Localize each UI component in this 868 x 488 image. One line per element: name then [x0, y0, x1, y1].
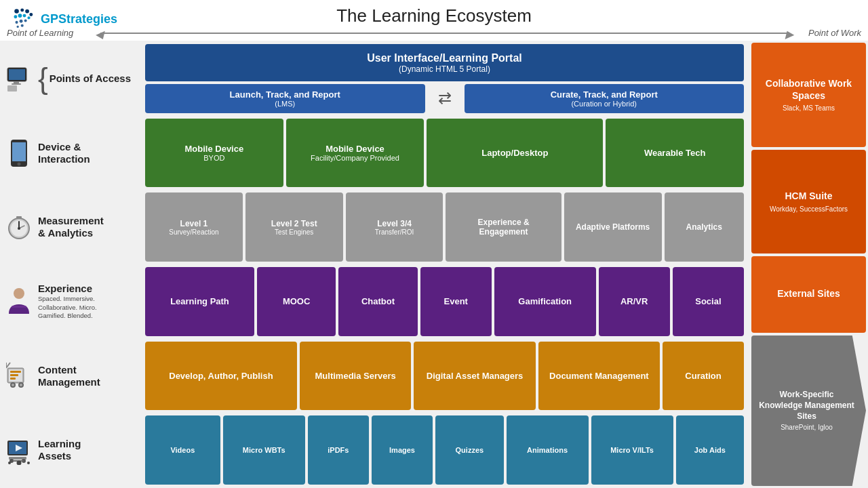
exp-cell-1: MOOC	[257, 267, 336, 336]
portal-title: User Interface/Learning Portal	[367, 52, 522, 64]
exp-cell-5: AR/VR	[599, 267, 670, 336]
svg-point-50	[27, 462, 30, 464]
row-measurement: Measurement & Analytics Level 1 Survey/R…	[0, 190, 747, 264]
row-content: Content Management Develop, Author, Publ…	[0, 340, 747, 413]
svg-point-1	[20, 8, 24, 12]
content-cell-2: Digital Asset Managers	[414, 342, 535, 411]
row-assets: Learning Assets Videos Micro WBTs iPDFs …	[0, 413, 747, 487]
svg-rect-19	[12, 142, 26, 161]
logo-gp: GPStrategies	[41, 12, 117, 26]
device-item-1-sub: Facility/Company Provided	[311, 154, 399, 162]
header: GPStrategies The Learning Ecosystem Poin…	[0, 0, 868, 41]
phone-icon	[9, 138, 28, 168]
content-cells: Develop, Author, Publish Multimedia Serv…	[142, 340, 747, 413]
device-label-text: Device &	[38, 141, 90, 153]
device-item-2-title: Laptop/Desktop	[481, 148, 548, 158]
experience-label-text: Experience	[38, 283, 97, 295]
portal-cell: User Interface/Learning Portal (Dynamic …	[145, 44, 744, 81]
right-sidebar: Collaborative Work Spaces Slack, MS Team…	[749, 41, 868, 488]
sidebar-panel-3-sub: SharePoint, Igloo	[757, 424, 856, 431]
device-cell-0: Mobile Device BYOD	[145, 119, 283, 188]
svg-point-7	[28, 16, 31, 19]
content-label-text2: Management	[38, 376, 100, 388]
exp-cell-4: Gamification	[494, 267, 596, 336]
monitor-icon	[5, 65, 33, 92]
exp-cell-3: Event	[420, 267, 492, 336]
device-cells: Mobile Device BYOD Mobile Device Facilit…	[142, 117, 747, 190]
svg-point-25	[18, 227, 20, 230]
logo-icon	[12, 7, 37, 31]
assets-label-text2: Assets	[38, 450, 81, 462]
row-device: Device & Interaction Mobile Device BYOD …	[0, 117, 747, 190]
measure-cell-4: Adaptive Platforms	[564, 192, 662, 262]
double-arrow: ⇄	[428, 84, 462, 113]
curation-sub: (Curation or Hybrid)	[571, 100, 637, 108]
measure-label-text: Measurement	[38, 215, 104, 227]
assets-label-text: Learning	[38, 438, 81, 450]
content-cell-1: Multimedia Servers	[300, 342, 411, 411]
sidebar-panel-0: Collaborative Work Spaces Slack, MS Team…	[751, 43, 866, 147]
sidebar-arrow-text: Work-Specific Knowledge Management Sites…	[757, 390, 856, 431]
svg-rect-17	[7, 85, 17, 92]
device-item-3-title: Wearable Tech	[644, 148, 706, 158]
svg-point-20	[18, 162, 21, 165]
svg-rect-34	[10, 378, 16, 380]
svg-point-3	[29, 13, 33, 16]
svg-point-10	[24, 19, 27, 22]
content-label-text: Content	[38, 364, 100, 376]
sidebar-panel-1: HCM Suite Workday, SuccessFactors	[751, 150, 866, 254]
svg-rect-33	[10, 374, 18, 376]
content-cell-3: Document Management	[538, 342, 660, 411]
sidebar-panel-0-title: Collaborative Work Spaces	[757, 77, 861, 102]
measure-label-text2: & Analytics	[38, 227, 104, 239]
measure-cell-0: Level 1 Survey/Reaction	[145, 192, 243, 262]
assets-cells: Videos Micro WBTs iPDFs Images Quizzes A…	[142, 413, 747, 487]
app-container: GPStrategies The Learning Ecosystem Poin…	[0, 0, 868, 488]
svg-point-8	[16, 21, 18, 24]
portal-sub: (Dynamic HTML 5 Portal)	[399, 64, 490, 74]
device-item-1-title: Mobile Device	[326, 144, 384, 154]
assets-icon-wrap	[4, 435, 34, 465]
measure-cell-5: Analytics	[665, 192, 744, 262]
subtitle-row: Point of Learning ◀ ▶ Point of Work	[0, 26, 868, 39]
media-icon	[6, 435, 32, 465]
cart-icon	[6, 361, 32, 391]
device-cell-1: Mobile Device Facility/Company Provided	[286, 119, 425, 188]
measurement-cells: Level 1 Survey/Reaction Level 2 Test Tes…	[142, 190, 747, 264]
device-item-0-title: Mobile Device	[184, 144, 243, 154]
lms-sub: (LMS)	[275, 100, 295, 108]
curation-cell: Curate, Track, and Report (Curation or H…	[465, 84, 745, 113]
timer-icon	[5, 214, 33, 241]
row-experience: Experience Spaced. Immersive.Collaborati…	[0, 265, 747, 338]
asset-cell-4: Quizzes	[435, 415, 503, 485]
svg-rect-29	[12, 306, 26, 308]
rows-container: { Points of Access User Interface/Learni…	[0, 41, 749, 488]
experience-icon-wrap	[4, 287, 34, 317]
asset-cell-0: Videos	[145, 415, 220, 485]
exp-cell-0: Learning Path	[145, 267, 254, 336]
sidebar-panel-1-title: HCM Suite	[785, 190, 833, 202]
svg-point-28	[14, 288, 24, 299]
asset-cell-1: Micro WBTs	[223, 415, 305, 485]
asset-cell-2: iPDFs	[308, 415, 369, 485]
measure-cell-2: Level 3/4 Transfer/ROI	[346, 192, 443, 262]
sidebar-panel-1-sub: Workday, SuccessFactors	[770, 205, 848, 214]
experience-label-desc: Spaced. Immersive.Collaborative. Micro.G…	[38, 295, 97, 320]
main-section: { Points of Access User Interface/Learni…	[0, 41, 749, 488]
content-cell-0: Develop, Author, Publish	[145, 342, 297, 411]
curation-title: Curate, Track, and Report	[551, 89, 658, 100]
exp-cell-6: Social	[673, 267, 744, 336]
measurement-label: Measurement & Analytics	[0, 190, 142, 264]
measurement-icon-wrap	[4, 212, 34, 242]
poa-label-text: Points of Access	[50, 73, 131, 85]
sidebar-panel-3-title: Work-Specific Knowledge Management Sites	[757, 390, 856, 422]
device-cell-2: Laptop/Desktop	[427, 119, 603, 188]
asset-cell-6: Micro V/ILTs	[591, 415, 673, 485]
asset-cell-7: Job Aids	[676, 415, 744, 485]
content-cell-4: Curation	[663, 342, 744, 411]
measure-cell-1: Level 2 Test Test Engines	[245, 192, 343, 262]
experience-cells: Learning Path MOOC Chatbot Event Gamific…	[142, 265, 747, 338]
svg-rect-16	[12, 83, 21, 85]
svg-point-11	[17, 26, 19, 28]
svg-point-5	[18, 14, 22, 18]
